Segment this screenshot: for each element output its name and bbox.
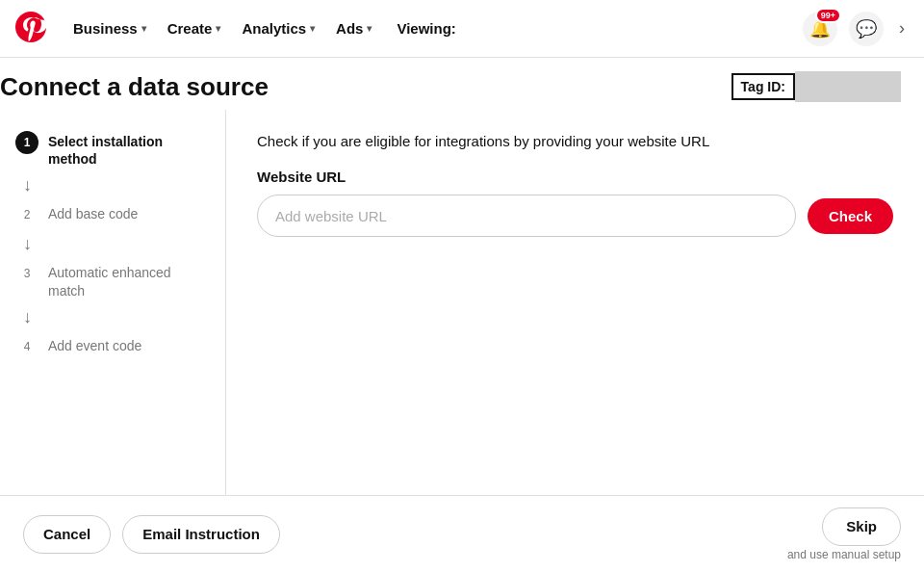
step-3-label: Automatic enhanced match: [48, 262, 210, 299]
website-url-label: Website URL: [257, 169, 893, 185]
step-arrow-2: ↓: [15, 234, 210, 254]
page-title: Connect a data source: [0, 72, 269, 102]
check-button[interactable]: Check: [808, 198, 893, 234]
analytics-chevron-icon: ▾: [310, 23, 315, 34]
tag-id-area: Tag ID:: [732, 71, 901, 102]
step-4-item: 4 Add event code: [15, 329, 210, 364]
page-header: Connect a data source Tag ID:: [0, 58, 924, 110]
nav-business[interactable]: Business ▾: [64, 13, 156, 44]
chat-icon[interactable]: 💬: [849, 12, 884, 46]
url-input-row: Check: [257, 195, 893, 237]
step-1-number: 1: [15, 131, 38, 154]
footer-left: Cancel Email Instruction: [23, 515, 280, 554]
step-arrow-3: ↓: [15, 307, 210, 327]
content-area: Check if you are eligible for integratio…: [226, 110, 924, 547]
business-chevron-icon: ▾: [141, 23, 146, 34]
step-3-item: 3 Automatic enhanced match: [15, 256, 210, 304]
content-check-title: Check if you are eligible for integratio…: [257, 133, 893, 149]
step-2-label: Add base code: [48, 203, 138, 222]
nav-right: 🔔 99+ 💬 ›: [803, 12, 909, 46]
manual-setup-text: and use manual setup: [787, 548, 901, 561]
navbar: Business ▾ Create ▾ Analytics ▾ Ads ▾ Vi…: [0, 0, 924, 58]
tag-id-label: Tag ID:: [732, 73, 795, 100]
ads-chevron-icon: ▾: [367, 23, 372, 34]
email-instruction-button[interactable]: Email Instruction: [122, 515, 280, 554]
pinterest-logo[interactable]: [15, 12, 54, 46]
footer-right: Skip and use manual setup: [787, 507, 901, 561]
step-arrow-1: ↓: [15, 175, 210, 195]
sidebar: 1 Select installation method ↓ 2 Add bas…: [0, 110, 226, 547]
nav-items: Business ▾ Create ▾ Analytics ▾ Ads ▾ Vi…: [64, 13, 803, 44]
step-1-item: 1 Select installation method: [15, 125, 210, 173]
step-4-number: 4: [15, 335, 38, 358]
create-chevron-icon: ▾: [216, 23, 220, 34]
more-chevron-icon[interactable]: ›: [895, 14, 909, 42]
step-2-number: 2: [15, 203, 38, 226]
main-layout: 1 Select installation method ↓ 2 Add bas…: [0, 110, 924, 547]
notifications-bell[interactable]: 🔔 99+: [803, 12, 837, 46]
step-4-label: Add event code: [48, 335, 141, 354]
nav-analytics[interactable]: Analytics ▾: [232, 13, 324, 44]
footer: Cancel Email Instruction Skip and use ma…: [0, 495, 924, 572]
cancel-button[interactable]: Cancel: [23, 515, 111, 554]
step-3-number: 3: [15, 262, 38, 285]
tag-id-value: [795, 71, 901, 102]
nav-ads[interactable]: Ads ▾: [326, 13, 381, 44]
website-url-input[interactable]: [257, 195, 796, 237]
step-1-label: Select installation method: [48, 131, 210, 168]
nav-viewing: Viewing:: [383, 13, 465, 44]
nav-create[interactable]: Create ▾: [158, 13, 231, 44]
step-2-item: 2 Add base code: [15, 197, 210, 232]
skip-button[interactable]: Skip: [822, 507, 901, 546]
notification-badge: 99+: [815, 8, 841, 23]
